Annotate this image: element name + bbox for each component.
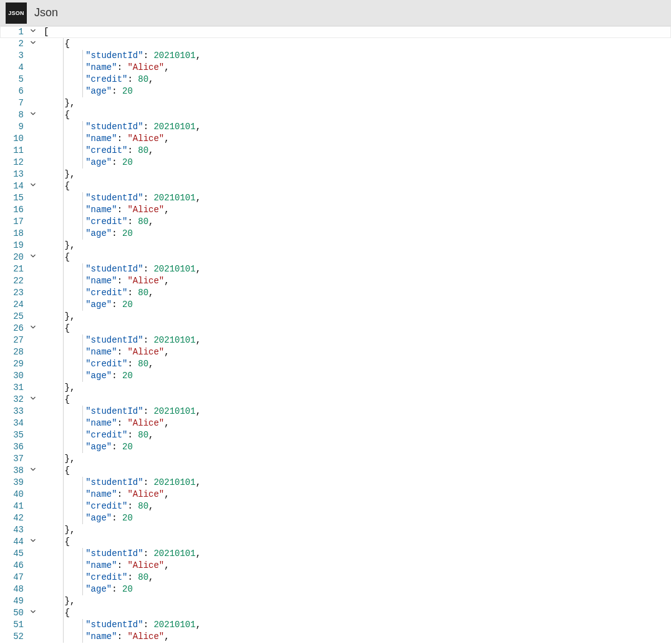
code-content[interactable]: "name": "Alice", <box>40 489 170 500</box>
line-number[interactable]: 47 <box>0 572 26 583</box>
code-line[interactable]: 20 { <box>0 251 671 263</box>
code-content[interactable]: "credit": 80, <box>40 145 153 157</box>
line-number[interactable]: 6 <box>0 85 26 97</box>
code-line[interactable]: 30 "age": 20 <box>0 370 671 382</box>
code-content[interactable]: "studentId": 20210101, <box>40 192 201 204</box>
code-line[interactable]: 52 "name": "Alice", <box>0 631 671 643</box>
code-line[interactable]: 40 "name": "Alice", <box>0 489 671 500</box>
code-line[interactable]: 33 "studentId": 20210101, <box>0 406 671 417</box>
code-line[interactable]: 6 "age": 20 <box>0 85 671 97</box>
fold-toggle[interactable] <box>26 251 40 263</box>
code-content[interactable]: "name": "Alice", <box>40 62 170 74</box>
line-number[interactable]: 19 <box>0 240 26 251</box>
code-content[interactable]: "age": 20 <box>40 299 133 311</box>
line-number[interactable]: 31 <box>0 382 26 394</box>
code-line[interactable]: 41 "credit": 80, <box>0 500 671 512</box>
line-number[interactable]: 39 <box>0 477 26 489</box>
code-line[interactable]: 17 "credit": 80, <box>0 216 671 228</box>
line-number[interactable]: 48 <box>0 583 26 595</box>
fold-toggle[interactable] <box>26 38 40 50</box>
code-content[interactable]: "name": "Alice", <box>40 275 170 287</box>
line-number[interactable]: 7 <box>0 97 26 109</box>
code-content[interactable]: "studentId": 20210101, <box>40 619 201 631</box>
code-line[interactable]: 38 { <box>0 465 671 477</box>
code-content[interactable]: { <box>40 109 70 121</box>
code-content[interactable]: "name": "Alice", <box>40 204 170 216</box>
code-content[interactable]: }, <box>40 311 75 323</box>
line-number[interactable]: 26 <box>0 323 26 334</box>
line-number[interactable]: 36 <box>0 441 26 453</box>
line-number[interactable]: 40 <box>0 489 26 500</box>
line-number[interactable]: 37 <box>0 453 26 465</box>
code-line[interactable]: 7 }, <box>0 97 671 109</box>
code-content[interactable]: "age": 20 <box>40 583 133 595</box>
line-number[interactable]: 9 <box>0 121 26 133</box>
code-line[interactable]: 48 "age": 20 <box>0 583 671 595</box>
code-line[interactable]: 46 "name": "Alice", <box>0 560 671 572</box>
code-content[interactable]: }, <box>40 168 75 180</box>
code-line[interactable]: 25 }, <box>0 311 671 323</box>
code-line[interactable]: 19 }, <box>0 240 671 251</box>
code-line[interactable]: 47 "credit": 80, <box>0 572 671 583</box>
code-content[interactable]: }, <box>40 453 75 465</box>
code-line[interactable]: 1[ <box>0 26 671 38</box>
code-content[interactable]: }, <box>40 240 75 251</box>
code-content[interactable]: "studentId": 20210101, <box>40 477 201 489</box>
line-number[interactable]: 34 <box>0 417 26 429</box>
code-content[interactable]: "credit": 80, <box>40 287 153 299</box>
line-number[interactable]: 25 <box>0 311 26 323</box>
line-number[interactable]: 10 <box>0 133 26 145</box>
code-line[interactable]: 15 "studentId": 20210101, <box>0 192 671 204</box>
code-line[interactable]: 39 "studentId": 20210101, <box>0 477 671 489</box>
line-number[interactable]: 21 <box>0 263 26 275</box>
line-number[interactable]: 3 <box>0 50 26 62</box>
line-number[interactable]: 33 <box>0 406 26 417</box>
code-content[interactable]: "credit": 80, <box>40 429 153 441</box>
line-number[interactable]: 42 <box>0 512 26 524</box>
code-content[interactable]: { <box>40 465 70 477</box>
fold-toggle[interactable] <box>26 109 40 121</box>
line-number[interactable]: 44 <box>0 536 26 548</box>
code-line[interactable]: 31 }, <box>0 382 671 394</box>
line-number[interactable]: 24 <box>0 299 26 311</box>
line-number[interactable]: 1 <box>0 26 26 38</box>
code-line[interactable]: 11 "credit": 80, <box>0 145 671 157</box>
line-number[interactable]: 38 <box>0 465 26 477</box>
line-number[interactable]: 52 <box>0 631 26 643</box>
code-content[interactable]: "name": "Alice", <box>40 631 170 643</box>
code-line[interactable]: 26 { <box>0 323 671 334</box>
fold-toggle[interactable] <box>26 607 40 619</box>
code-content[interactable]: "name": "Alice", <box>40 346 170 358</box>
code-content[interactable]: "credit": 80, <box>40 572 153 583</box>
code-line[interactable]: 4 "name": "Alice", <box>0 62 671 74</box>
line-number[interactable]: 50 <box>0 607 26 619</box>
code-line[interactable]: 42 "age": 20 <box>0 512 671 524</box>
line-number[interactable]: 27 <box>0 334 26 346</box>
line-number[interactable]: 45 <box>0 548 26 560</box>
line-number[interactable]: 28 <box>0 346 26 358</box>
line-number[interactable]: 8 <box>0 109 26 121</box>
code-content[interactable]: "age": 20 <box>40 370 133 382</box>
code-line[interactable]: 44 { <box>0 536 671 548</box>
line-number[interactable]: 32 <box>0 394 26 406</box>
code-line[interactable]: 34 "name": "Alice", <box>0 417 671 429</box>
code-content[interactable]: "name": "Alice", <box>40 560 170 572</box>
fold-toggle[interactable] <box>26 180 40 192</box>
code-line[interactable]: 24 "age": 20 <box>0 299 671 311</box>
fold-toggle[interactable] <box>26 465 40 477</box>
code-line[interactable]: 27 "studentId": 20210101, <box>0 334 671 346</box>
code-content[interactable]: "studentId": 20210101, <box>40 548 201 560</box>
code-content[interactable]: "studentId": 20210101, <box>40 263 201 275</box>
code-content[interactable]: { <box>40 251 70 263</box>
code-content[interactable]: { <box>40 607 70 619</box>
line-number[interactable]: 30 <box>0 370 26 382</box>
code-content[interactable]: { <box>40 180 70 192</box>
line-number[interactable]: 11 <box>0 145 26 157</box>
code-content[interactable]: }, <box>40 382 75 394</box>
code-content[interactable]: { <box>40 38 70 50</box>
code-content[interactable]: { <box>40 536 70 548</box>
line-number[interactable]: 41 <box>0 500 26 512</box>
code-content[interactable]: "studentId": 20210101, <box>40 334 201 346</box>
code-content[interactable]: "credit": 80, <box>40 500 153 512</box>
code-line[interactable]: 5 "credit": 80, <box>0 74 671 85</box>
